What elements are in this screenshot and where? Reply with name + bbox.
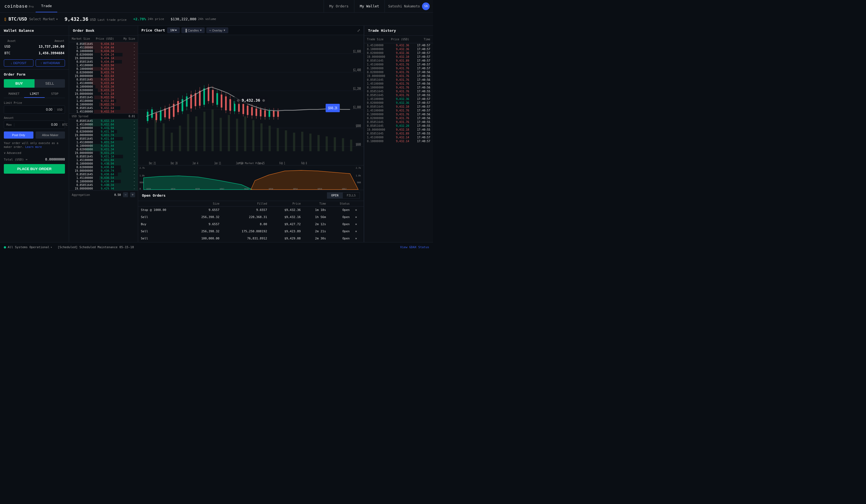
stop-tab[interactable]: STOP xyxy=(45,90,65,98)
limit-tab[interactable]: LIMIT xyxy=(24,90,44,98)
svg-rect-15 xyxy=(163,123,165,151)
deposit-button[interactable]: ↓ DEPOSIT xyxy=(4,59,33,67)
ask-row[interactable]: 1.45100000 9,433.94 - xyxy=(69,64,138,67)
bid-row[interactable]: 0.02000000 9,430.84 - xyxy=(69,166,138,169)
bid-size: 0.85851645 xyxy=(72,173,93,176)
bid-row[interactable]: 1.45100000 9,432.04 - xyxy=(69,123,138,126)
ask-row[interactable]: 0.10000000 9,434.34 - xyxy=(69,49,138,53)
trade-size: 0.10000000 xyxy=(367,67,388,70)
agg-plus-button[interactable]: + xyxy=(130,192,135,197)
ask-row[interactable]: 0.85851645 9,434.54 - xyxy=(69,42,138,46)
bid-row[interactable]: 0.85851645 9,430.64 - xyxy=(69,172,138,176)
agg-minus-button[interactable]: − xyxy=(123,192,128,197)
order-close-cell[interactable]: ✕ xyxy=(353,235,364,242)
ask-row[interactable]: 0.85851645 9,432.94 - xyxy=(69,96,138,99)
timeframe-1m[interactable]: 1M ▾ xyxy=(167,27,180,33)
ask-row[interactable]: 1.45100000 9,432.54 - xyxy=(69,110,138,113)
ask-row[interactable]: 0.02000000 9,433.74 - xyxy=(69,71,138,74)
bid-row[interactable]: 0.85851645 9,432.14 - xyxy=(69,119,138,123)
select-market-btn[interactable]: Select Market ▾ xyxy=(29,17,58,21)
allow-maker-button[interactable]: Allow Maker xyxy=(36,132,65,138)
order-time-cell: 2m 30s xyxy=(303,235,329,242)
trade-price: 9,432.14 xyxy=(388,140,409,143)
buy-tab[interactable]: BUY xyxy=(4,79,34,88)
overlay-button[interactable]: ≈ Overlay ▾ xyxy=(206,27,228,33)
trade-row: 0.85851645 9,431.76 17:40:55 xyxy=(364,120,433,124)
order-form-title: Order Form xyxy=(4,72,65,76)
ask-row[interactable]: 0.10000000 9,433.84 - xyxy=(69,67,138,71)
price-decrease-icon[interactable]: ⊖ xyxy=(237,98,240,103)
open-tab[interactable]: OPEN xyxy=(327,192,343,199)
mid-market-price: 9,432.36 xyxy=(242,98,260,102)
order-close-cell[interactable]: ✕ xyxy=(353,228,364,235)
sell-tab[interactable]: SELL xyxy=(34,79,65,88)
ask-row[interactable]: 1.45100000 9,433.44 - xyxy=(69,81,138,85)
place-order-button[interactable]: PLACE BUY ORDER xyxy=(4,164,65,173)
status-chevron-icon[interactable]: ▾ xyxy=(51,246,52,249)
bid-row[interactable]: 19.00000000 9,431.74 - xyxy=(69,133,138,137)
fills-tab[interactable]: FILLS xyxy=(343,192,360,199)
bid-row[interactable]: 1.45100000 9,431.54 - xyxy=(69,141,138,144)
svg-rect-37 xyxy=(342,138,344,152)
ask-row[interactable]: 0.10000000 9,432.74 - xyxy=(69,103,138,106)
buy-sell-tabs: BUY SELL xyxy=(4,79,65,88)
market-tab[interactable]: MARKET xyxy=(4,90,24,98)
trade-size: 0.10000000 xyxy=(367,140,388,143)
bid-row[interactable]: 0.85851645 9,430.34 - xyxy=(69,183,138,187)
bid-row[interactable]: 0.10000000 9,430.94 - xyxy=(69,162,138,166)
bid-row[interactable]: 0.02000000 9,431.94 - xyxy=(69,130,138,133)
nav-tab-trade[interactable]: Trade xyxy=(36,0,57,12)
bid-row[interactable]: 1.45100000 9,431.04 - xyxy=(69,158,138,162)
withdraw-button[interactable]: ↑ WITHDRAW xyxy=(36,59,65,67)
wallet-section: Asset Amount USD 13,737,284.08 BTC 1,456… xyxy=(0,36,69,70)
ask-row[interactable]: 0.10000000 9,433.34 - xyxy=(69,85,138,89)
bid-price: 9,430.64 xyxy=(93,173,114,176)
learn-more-link[interactable]: Learn more xyxy=(25,145,42,148)
bid-row[interactable]: 0.85851645 9,431.64 - xyxy=(69,137,138,141)
ask-row[interactable]: 0.85851645 9,432.64 - xyxy=(69,106,138,110)
ask-row[interactable]: 19.00000000 9,433.64 - xyxy=(69,74,138,78)
price-increase-icon[interactable]: ⊕ xyxy=(262,98,265,103)
order-size-cell: 100,000.00 xyxy=(186,235,222,242)
ask-row[interactable]: 1.45100000 9,432.84 - xyxy=(69,99,138,103)
bid-row[interactable]: 0.10000000 9,430.44 - xyxy=(69,180,138,183)
bid-row[interactable]: 0.10000000 9,431.94 - xyxy=(69,126,138,130)
expand-icon[interactable]: ⤢ xyxy=(357,28,360,33)
my-wallet-btn[interactable]: My Wallet xyxy=(354,0,385,13)
order-close-cell[interactable]: ✕ xyxy=(353,214,364,221)
bid-row[interactable]: 0.85851645 9,431.14 - xyxy=(69,155,138,158)
bid-row[interactable]: 19.00000000 9,431.24 - xyxy=(69,151,138,155)
gdax-status-link[interactable]: View GDAX Status xyxy=(400,245,429,249)
ask-row[interactable]: 0.02000000 9,433.24 - xyxy=(69,89,138,92)
bid-row[interactable]: 19.00000000 9,429.94 - xyxy=(69,187,138,190)
wallet-row-btc: BTC 1,456.3994684 xyxy=(4,50,64,56)
svg-rect-28 xyxy=(269,126,271,151)
ask-row[interactable]: 19.00000000 9,433.14 - xyxy=(69,92,138,96)
trade-size: 0.85851645 xyxy=(367,78,388,81)
bid-row[interactable]: 1.45100000 9,430.54 - xyxy=(69,176,138,180)
ask-size: 0.02000000 xyxy=(72,89,93,92)
ask-row[interactable]: 0.02000000 9,434.24 - xyxy=(69,53,138,56)
amount-input[interactable] xyxy=(14,121,60,128)
ask-row[interactable]: 0.85851645 9,433.54 - xyxy=(69,78,138,81)
bid-row[interactable]: 0.10000000 9,431.44 - xyxy=(69,144,138,148)
my-orders-btn[interactable]: My Orders xyxy=(324,0,354,13)
ask-row[interactable]: 19.00000000 9,434.14 - xyxy=(69,56,138,60)
price-label: Last trade price xyxy=(98,18,126,22)
post-only-button[interactable]: Post Only xyxy=(4,132,33,138)
trade-row: 0.85851645 9,431.89 17:40:57 xyxy=(364,59,433,63)
ask-size: 0.10000000 xyxy=(72,67,93,70)
svg-rect-20 xyxy=(203,112,206,151)
candles-button[interactable]: ▐ Candles ▾ xyxy=(181,27,204,33)
trade-time: 17:40:57 xyxy=(409,136,430,139)
trade-row: 0.02000000 9,431.76 17:40:56 xyxy=(364,116,433,120)
ask-row[interactable]: 1.45100000 9,434.44 - xyxy=(69,46,138,49)
bid-row[interactable]: 0.02000000 9,431.34 - xyxy=(69,148,138,151)
limit-price-input[interactable] xyxy=(4,106,55,113)
ask-row[interactable]: 0.85851645 9,434.04 - xyxy=(69,60,138,64)
order-close-cell[interactable]: ✕ xyxy=(353,206,364,214)
svg-text:$842: $842 xyxy=(220,188,224,190)
order-close-cell[interactable]: ✕ xyxy=(353,221,364,228)
advanced-toggle[interactable]: ∨ Advanced xyxy=(4,151,65,155)
bid-row[interactable]: 19.00000000 9,430.74 - xyxy=(69,169,138,172)
